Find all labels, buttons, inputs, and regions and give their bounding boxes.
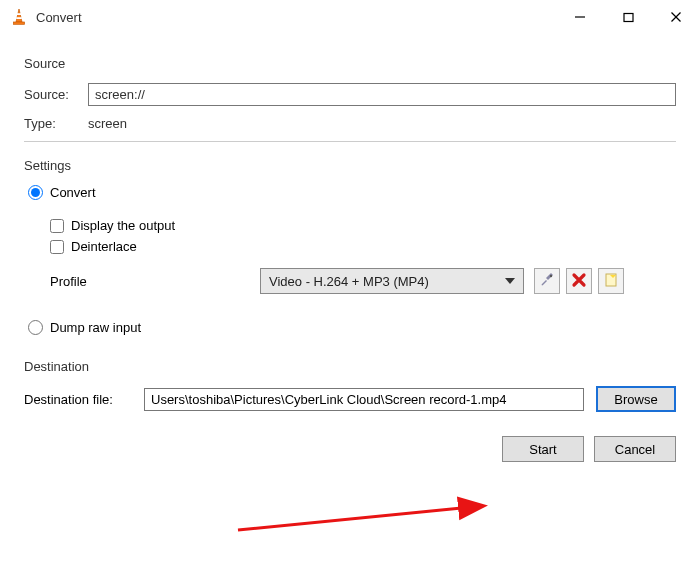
- title-bar: Convert: [0, 0, 700, 34]
- close-button[interactable]: [652, 0, 700, 34]
- source-label: Source:: [24, 87, 88, 102]
- window-controls: [556, 0, 700, 34]
- convert-radio[interactable]: [28, 185, 43, 200]
- svg-rect-1: [16, 17, 22, 19]
- display-output-checkbox[interactable]: [50, 219, 64, 233]
- profile-select[interactable]: Video - H.264 + MP3 (MP4): [260, 268, 524, 294]
- convert-radio-label: Convert: [50, 185, 96, 200]
- destination-file-label: Destination file:: [24, 392, 144, 407]
- destination-input[interactable]: [144, 388, 584, 411]
- edit-profile-button[interactable]: [534, 268, 560, 294]
- window-title: Convert: [36, 10, 556, 25]
- dump-raw-radio[interactable]: [28, 320, 43, 335]
- svg-rect-4: [624, 13, 633, 21]
- settings-section-label: Settings: [24, 158, 676, 173]
- separator: [24, 141, 676, 142]
- deinterlace-label: Deinterlace: [71, 239, 137, 254]
- svg-point-7: [550, 274, 552, 276]
- annotation-arrow: [234, 490, 494, 550]
- profile-label: Profile: [50, 274, 260, 289]
- maximize-button[interactable]: [604, 0, 652, 34]
- start-button-label: Start: [529, 442, 556, 457]
- delete-x-icon: [571, 272, 587, 291]
- source-input[interactable]: [88, 83, 676, 106]
- cancel-button[interactable]: Cancel: [594, 436, 676, 462]
- svg-rect-0: [17, 13, 21, 15]
- vlc-cone-icon: [10, 8, 28, 26]
- deinterlace-checkbox[interactable]: [50, 240, 64, 254]
- browse-button[interactable]: Browse: [596, 386, 676, 412]
- chevron-down-icon: [505, 278, 515, 284]
- new-profile-button[interactable]: [598, 268, 624, 294]
- cancel-button-label: Cancel: [615, 442, 655, 457]
- svg-rect-2: [14, 22, 25, 24]
- display-output-label: Display the output: [71, 218, 175, 233]
- type-label: Type:: [24, 116, 88, 131]
- dump-raw-label: Dump raw input: [50, 320, 141, 335]
- source-section-label: Source: [24, 56, 676, 71]
- start-button[interactable]: Start: [502, 436, 584, 462]
- type-value: screen: [88, 116, 127, 131]
- new-document-icon: [603, 272, 619, 291]
- dialog-footer: Start Cancel: [0, 426, 700, 462]
- delete-profile-button[interactable]: [566, 268, 592, 294]
- profile-selected-value: Video - H.264 + MP3 (MP4): [269, 274, 429, 289]
- wrench-icon: [539, 272, 555, 291]
- minimize-button[interactable]: [556, 0, 604, 34]
- browse-button-label: Browse: [614, 392, 657, 407]
- destination-section-label: Destination: [24, 359, 676, 374]
- svg-line-10: [238, 506, 482, 530]
